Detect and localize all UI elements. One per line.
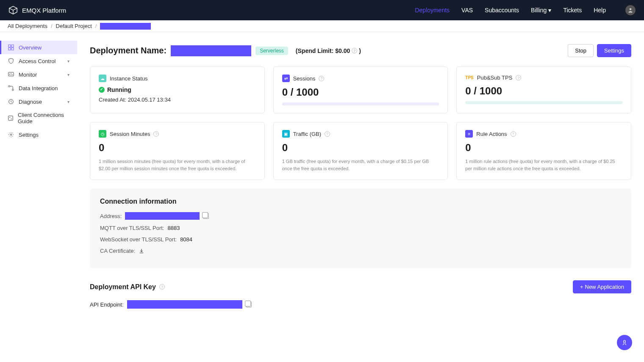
status-ok-icon xyxy=(99,87,105,93)
sidebar-item-access[interactable]: Access Control ▾ xyxy=(0,54,77,68)
endpoint-label: API Endpoint: xyxy=(90,301,124,308)
page-title: Deployment Name: xyxy=(90,46,167,55)
new-application-button[interactable]: +New Application xyxy=(573,280,631,293)
gear-icon xyxy=(8,131,14,138)
monitor-icon xyxy=(8,71,14,78)
tls-value: 8883 xyxy=(167,225,180,231)
crumb-all[interactable]: All Deployments xyxy=(8,23,47,29)
help-icon[interactable]: ? xyxy=(352,48,357,53)
help-icon[interactable]: ? xyxy=(516,75,521,80)
svg-point-12 xyxy=(12,89,14,91)
brand-label: EMQX Platform xyxy=(22,7,66,14)
nav-deployments[interactable]: Deployments xyxy=(415,7,450,14)
card-title: Instance Status xyxy=(110,75,148,82)
tps-bar xyxy=(465,101,622,104)
sidebar-label: Data Integration xyxy=(19,85,58,91)
crumb-current-redacted xyxy=(100,23,151,30)
help-icon[interactable]: ? xyxy=(325,131,330,137)
sidebar-item-monitor[interactable]: Monitor ▾ xyxy=(0,68,77,81)
sidebar-item-overview[interactable]: Overview xyxy=(0,41,77,54)
nav-vas[interactable]: VAS xyxy=(461,7,473,14)
shield-icon xyxy=(8,58,14,64)
panel-title: Connection information xyxy=(100,198,621,205)
sidebar: Overview Access Control ▾ Monitor ▾ Data… xyxy=(0,32,77,362)
svg-point-15 xyxy=(9,117,10,118)
endpoint-value-redacted xyxy=(127,300,242,309)
sidebar-label: Access Control xyxy=(19,58,56,64)
created-value: 2024.05.17 13:34 xyxy=(128,97,171,103)
caret-down-icon: ▾ xyxy=(548,7,551,14)
flow-icon xyxy=(8,85,14,91)
main-content: Deployment Name: Serverless (Spend Limit… xyxy=(77,32,644,362)
tps-tag: TPS xyxy=(465,75,473,80)
sidebar-item-diagnose[interactable]: Diagnose ▾ xyxy=(0,95,77,108)
nav-subaccounts[interactable]: Subaccounts xyxy=(485,7,519,14)
nav-help[interactable]: Help xyxy=(594,7,606,14)
rules-value: 0 xyxy=(465,142,622,154)
plus-icon: + xyxy=(580,284,583,290)
settings-button[interactable]: Settings xyxy=(597,44,631,57)
topnav: Deployments VAS Subaccounts Billing ▾ Ti… xyxy=(415,5,636,15)
svg-rect-5 xyxy=(8,48,11,50)
sessions-bar xyxy=(282,102,439,105)
clock-icon: ◷ xyxy=(99,130,106,138)
svg-point-16 xyxy=(11,119,12,119)
card-rule-actions: ≡ Rule Actions ? 0 1 million rule action… xyxy=(456,122,631,180)
api-title: Deployment API Key xyxy=(90,283,156,291)
svg-rect-3 xyxy=(8,45,11,47)
card-title: Pub&Sub TPS xyxy=(477,75,513,81)
card-title: Traffic (GB) xyxy=(293,131,321,137)
help-icon[interactable]: ? xyxy=(159,284,165,290)
sidebar-label: Client Connections Guide xyxy=(18,112,69,124)
minutes-value: 0 xyxy=(99,142,256,154)
tls-label: MQTT over TLS/SSL Port: xyxy=(100,225,164,231)
stop-button[interactable]: Stop xyxy=(568,44,594,57)
caret-icon: ▾ xyxy=(67,59,69,64)
help-icon[interactable]: ? xyxy=(153,131,159,137)
sidebar-label: Diagnose xyxy=(19,99,42,105)
api-endpoint-row: API Endpoint: xyxy=(90,300,631,309)
sessions-value: 0 / 1000 xyxy=(282,86,439,98)
rules-desc: 1 million rule actions (free quota) for … xyxy=(465,158,622,172)
sidebar-item-dataint[interactable]: Data Integration xyxy=(0,81,77,95)
ws-value: 8084 xyxy=(180,236,192,243)
caret-icon: ▾ xyxy=(67,72,69,77)
svg-rect-6 xyxy=(11,48,14,50)
download-icon[interactable] xyxy=(139,248,144,254)
ws-label: WebSocket over TLS/SSL Port: xyxy=(100,236,177,243)
copy-icon[interactable] xyxy=(203,213,209,219)
cloud-icon: ☁ xyxy=(99,75,106,82)
card-tps: TPS Pub&Sub TPS ? 0 / 1000 xyxy=(456,66,631,113)
caret-icon: ▾ xyxy=(67,99,69,104)
help-icon[interactable]: ? xyxy=(319,76,324,81)
nav-billing[interactable]: Billing ▾ xyxy=(531,7,551,14)
api-header: Deployment API Key ? +New Application xyxy=(90,280,631,293)
sidebar-label: Monitor xyxy=(19,72,37,78)
sessions-icon: ⇄ xyxy=(282,75,290,82)
brand-icon xyxy=(8,6,18,15)
svg-point-11 xyxy=(8,86,10,87)
traffic-icon: ▣ xyxy=(282,130,290,138)
card-sessions: ⇄ Sessions ? 0 / 1000 xyxy=(273,66,448,113)
nav-tickets[interactable]: Tickets xyxy=(563,7,582,14)
crumb-project[interactable]: Default Project xyxy=(56,23,92,29)
brand[interactable]: EMQX Platform xyxy=(8,6,66,15)
svg-point-2 xyxy=(630,8,632,10)
crumb-sep: / xyxy=(51,23,53,29)
card-instance-status: ☁ Instance Status Running Created At: 20… xyxy=(90,66,265,113)
sidebar-item-guide[interactable]: Client Connections Guide xyxy=(0,108,77,128)
svg-rect-14 xyxy=(8,116,13,121)
help-fab[interactable] xyxy=(617,335,632,350)
copy-icon[interactable] xyxy=(246,301,252,307)
address-value-redacted xyxy=(125,212,200,220)
card-title: Rule Actions xyxy=(476,131,507,137)
sidebar-item-settings[interactable]: Settings xyxy=(0,128,77,141)
connection-info-panel: Connection information Address: MQTT ove… xyxy=(90,188,631,268)
avatar[interactable] xyxy=(625,5,636,15)
traffic-value: 0 xyxy=(282,142,439,154)
help-icon[interactable]: ? xyxy=(511,131,516,137)
diagnose-icon xyxy=(8,98,14,105)
card-title: Sessions xyxy=(293,75,316,82)
topbar: EMQX Platform Deployments VAS Subaccount… xyxy=(0,0,644,20)
ca-label: CA Certificate: xyxy=(100,248,135,254)
